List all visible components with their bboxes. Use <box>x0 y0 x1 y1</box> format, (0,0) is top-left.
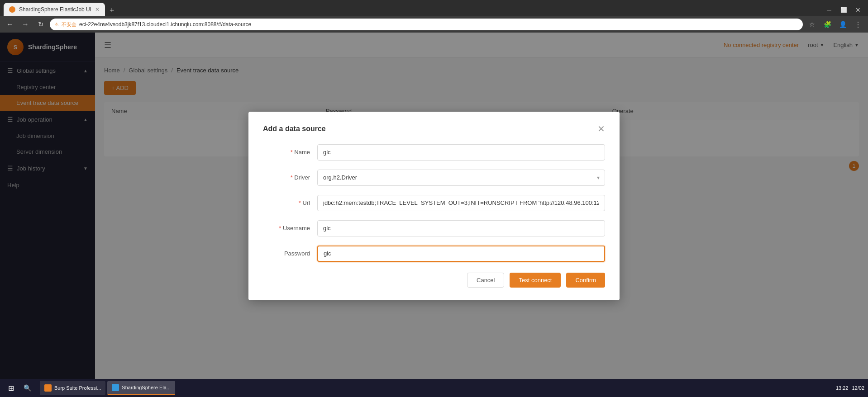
address-bar[interactable]: ⚠ 不安全 eci-22e4nw4vsodb3jk87f13.cloudeci1… <box>50 19 803 30</box>
username-label: * Username <box>263 225 317 232</box>
burp-label: Burp Suite Professi... <box>54 385 101 391</box>
modal-footer: Cancel Test connect Confirm <box>263 273 605 288</box>
cancel-button[interactable]: Cancel <box>467 273 504 288</box>
start-btn[interactable]: ⊞ <box>4 381 18 395</box>
url-input[interactable] <box>317 195 605 211</box>
name-label: * Name <box>263 149 317 156</box>
extension-btn[interactable]: 🧩 <box>821 21 834 28</box>
active-tab[interactable]: ShardingSphere ElasticJob UI ✕ <box>4 3 105 16</box>
modal-header: Add a data source ✕ <box>263 124 605 133</box>
username-input[interactable] <box>317 220 605 236</box>
driver-select-wrapper: org.h2.Driver com.mysql.jdbc.Driver ▾ <box>317 170 605 186</box>
name-input[interactable] <box>317 144 605 161</box>
modal-dialog: Add a data source ✕ * Name * Driver <box>248 112 620 300</box>
bookmark-btn[interactable]: ☆ <box>806 21 818 28</box>
taskbar-app-sharding[interactable]: ShardingSphere Ela... <box>107 381 175 395</box>
taskbar-left: ⊞ 🔍 <box>4 381 34 395</box>
profile-btn[interactable]: 👤 <box>836 21 849 28</box>
new-tab-btn[interactable]: + <box>106 6 118 15</box>
back-btn[interactable]: ← <box>4 18 16 31</box>
form-row-driver: * Driver org.h2.Driver com.mysql.jdbc.Dr… <box>263 170 605 186</box>
reload-btn[interactable]: ↻ <box>34 18 47 31</box>
browser-tabs: ShardingSphere ElasticJob UI ✕ + ─ ⬜ ✕ <box>0 0 868 16</box>
taskbar-time: 13:22 <box>836 385 849 391</box>
password-input[interactable] <box>317 246 605 262</box>
modal-close-button[interactable]: ✕ <box>597 124 605 133</box>
tab-favicon <box>9 6 15 13</box>
forward-btn[interactable]: → <box>19 18 32 31</box>
search-btn[interactable]: 🔍 <box>20 381 34 395</box>
minimize-btn[interactable]: ─ <box>823 5 835 15</box>
taskbar-app-burp[interactable]: Burp Suite Professi... <box>40 381 105 395</box>
modal-backdrop[interactable]: Add a data source ✕ * Name * Driver <box>0 33 868 379</box>
close-btn[interactable]: ✕ <box>852 5 864 15</box>
username-input-wrapper <box>317 220 605 236</box>
password-input-wrapper <box>317 246 605 262</box>
form-row-name: * Name <box>263 144 605 161</box>
confirm-button[interactable]: Confirm <box>566 273 605 288</box>
name-required-star: * <box>291 149 295 156</box>
browser-chrome: ShardingSphere ElasticJob UI ✕ + ─ ⬜ ✕ ←… <box>0 0 868 33</box>
burp-icon <box>44 384 52 392</box>
form-row-username: * Username <box>263 220 605 236</box>
modal-title: Add a data source <box>263 125 326 133</box>
driver-label: * Driver <box>263 174 317 181</box>
app-layout: S ShardingSphere ☰ Global settings ▲ Reg… <box>0 33 868 379</box>
security-warning-icon: ⚠ <box>54 22 59 28</box>
form-row-url: * Url <box>263 195 605 211</box>
taskbar: ⊞ 🔍 Burp Suite Professi... ShardingSpher… <box>0 379 868 397</box>
sharding-label: ShardingSphere Ela... <box>122 385 171 390</box>
menu-btn[interactable]: ⋮ <box>852 20 864 29</box>
test-connect-button[interactable]: Test connect <box>510 273 561 288</box>
username-required-star: * <box>279 225 283 232</box>
window-controls: ─ ⬜ ✕ <box>823 5 864 15</box>
form-row-password: Password <box>263 246 605 262</box>
browser-nav-bar: ← → ↻ ⚠ 不安全 eci-22e4nw4vsodb3jk87f13.clo… <box>0 16 868 33</box>
address-text: eci-22e4nw4vsodb3jk87f13.cloudeci1.ichun… <box>79 21 798 28</box>
tab-title: ShardingSphere ElasticJob UI <box>19 6 91 13</box>
url-input-wrapper <box>317 195 605 211</box>
taskbar-right: 13:22 12/02 <box>836 385 864 391</box>
sharding-icon <box>112 384 119 391</box>
driver-select[interactable]: org.h2.Driver com.mysql.jdbc.Driver <box>317 170 605 186</box>
tab-close-icon[interactable]: ✕ <box>95 6 100 13</box>
password-label: Password <box>263 250 317 257</box>
name-input-wrapper <box>317 144 605 161</box>
security-warning-text: 不安全 <box>62 21 76 28</box>
taskbar-apps: Burp Suite Professi... ShardingSphere El… <box>40 381 175 395</box>
maximize-btn[interactable]: ⬜ <box>837 5 850 15</box>
url-label: * Url <box>263 199 317 206</box>
taskbar-date: 12/02 <box>852 385 864 391</box>
